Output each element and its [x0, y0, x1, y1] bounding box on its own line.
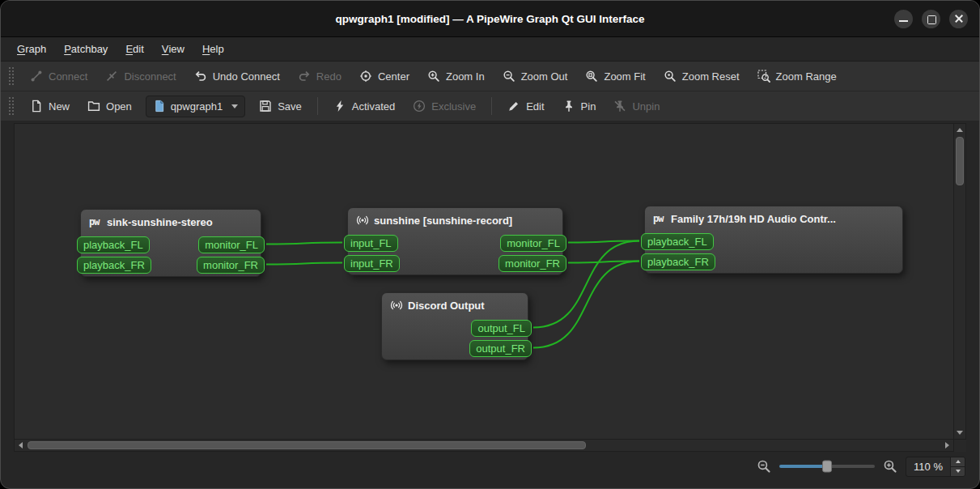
toolbar-drag-handle[interactable]	[9, 97, 14, 115]
node-title: Family 17h/19h HD Audio Contr...	[671, 213, 836, 225]
port-monitor_FL[interactable]: monitor_FL	[500, 235, 566, 252]
zoom-slider[interactable]	[779, 465, 875, 468]
vertical-scrollbar[interactable]	[954, 123, 966, 440]
chevron-down-icon	[231, 104, 238, 108]
horizontal-scrollbar[interactable]	[14, 440, 954, 452]
tool-button-label: Pin	[581, 100, 596, 113]
zoom-in-small-icon[interactable]	[883, 459, 897, 474]
node-title: sink-sunshine-stereo	[107, 216, 213, 228]
connection-wire[interactable]	[266, 263, 342, 265]
scrollbar-corner	[954, 440, 966, 452]
port-output_FR[interactable]: output_FR	[469, 340, 532, 357]
graph-view: pwsink-sunshine-stereoplayback_FLplaybac…	[14, 123, 966, 452]
zoom-spinbox-steppers	[950, 457, 965, 476]
port-monitor_FR[interactable]: monitor_FR	[197, 257, 265, 274]
graph-toolbar: ConnectDisconnectUndo ConnectRedoCenterZ…	[1, 62, 979, 91]
zoom-in-button[interactable]: Zoom In	[419, 65, 493, 87]
tool-button-label: Zoom Out	[521, 70, 568, 83]
zoom-spinbox[interactable]: 110 %	[906, 457, 965, 477]
menu-item-edit[interactable]: Edit	[117, 37, 152, 61]
zoom-fit-button[interactable]: Zoom Fit	[577, 65, 653, 87]
save-icon	[259, 100, 272, 113]
zoom-out-button[interactable]: Zoom Out	[494, 65, 576, 87]
activated-button[interactable]: Activated	[325, 95, 403, 117]
node-family-17h-19h-hd-audio-contr[interactable]: pwFamily 17h/19h HD Audio Contr...playba…	[644, 206, 903, 274]
port-monitor_FR[interactable]: monitor_FR	[498, 255, 566, 272]
patchbay-select[interactable]: qpwgraph1	[146, 96, 245, 117]
port-output_FL[interactable]: output_FL	[471, 320, 532, 337]
toolbar-separator	[317, 97, 318, 115]
vertical-scrollbar-thumb[interactable]	[956, 137, 964, 185]
connection-wire[interactable]	[568, 262, 639, 263]
spin-up-icon[interactable]	[951, 457, 965, 466]
close-button[interactable]	[949, 10, 968, 28]
node-header: Discord Output	[382, 293, 528, 312]
maximize-icon	[922, 10, 940, 28]
scroll-up-arrow-icon[interactable]	[954, 125, 965, 135]
zoom-out-icon	[503, 70, 515, 83]
scroll-down-arrow-icon[interactable]	[954, 427, 965, 438]
menu-item-help[interactable]: Help	[193, 37, 233, 61]
redo-button[interactable]: Redo	[290, 65, 350, 87]
node-title: Discord Output	[408, 300, 485, 312]
open-button[interactable]: Open	[79, 95, 140, 117]
zoom-out-small-icon[interactable]	[757, 459, 771, 474]
port-input_FR[interactable]: input_FR	[344, 255, 400, 272]
unpin-button[interactable]: Unpin	[605, 95, 668, 117]
edit-button[interactable]: Edit	[499, 95, 552, 117]
connection-wire[interactable]	[266, 243, 342, 244]
zoom-slider-handle[interactable]	[822, 461, 832, 473]
connect-button[interactable]: Connect	[22, 65, 95, 87]
port-playback_FR[interactable]: playback_FR	[641, 253, 715, 270]
center-button[interactable]: Center	[351, 65, 418, 87]
menu-item-view[interactable]: View	[153, 37, 193, 61]
exclusive-button[interactable]: Exclusive	[405, 95, 484, 117]
spin-down-icon[interactable]	[951, 466, 965, 476]
pipewire-icon: pw	[653, 212, 666, 225]
node-sunshine-sunshine-record[interactable]: sunshine [sunshine-record]input_FLinput_…	[347, 207, 563, 275]
tool-button-label: Exclusive	[431, 100, 476, 113]
port-input_FL[interactable]: input_FL	[344, 235, 398, 252]
tool-button-label: Connect	[49, 70, 87, 83]
minimize-icon	[894, 10, 913, 28]
tool-button-label: Unpin	[632, 100, 660, 113]
tool-button-label: Zoom Range	[776, 70, 837, 83]
node-sink-sunshine-stereo[interactable]: pwsink-sunshine-stereoplayback_FLplaybac…	[80, 209, 261, 277]
port-playback_FL[interactable]: playback_FL	[641, 233, 714, 250]
undo-connect-button[interactable]: Undo Connect	[186, 65, 288, 87]
graph-canvas[interactable]: pwsink-sunshine-stereoplayback_FLplaybac…	[14, 123, 954, 440]
minimize-button[interactable]	[894, 10, 913, 28]
window-title: qpwgraph1 [modified] — A PipeWire Graph …	[335, 13, 644, 25]
toolbar-drag-handle[interactable]	[9, 67, 14, 85]
tool-button-label: New	[49, 100, 70, 113]
port-monitor_FL[interactable]: monitor_FL	[198, 236, 265, 253]
stream-icon	[356, 214, 369, 227]
maximize-button[interactable]	[922, 10, 940, 28]
port-playback_FR[interactable]: playback_FR	[77, 257, 151, 274]
tool-button-label: Center	[378, 70, 409, 83]
zoom-reset-icon	[664, 70, 677, 83]
disconnect-button[interactable]: Disconnect	[97, 65, 184, 87]
horizontal-scrollbar-thumb[interactable]	[28, 441, 586, 449]
node-discord-output[interactable]: Discord Outputoutput_FLoutput_FR	[381, 292, 528, 360]
connect-icon	[30, 70, 43, 83]
connection-wire[interactable]	[568, 241, 639, 243]
port-playback_FL[interactable]: playback_FL	[77, 236, 150, 253]
tool-button-label: Disconnect	[124, 70, 176, 83]
scroll-right-arrow-icon[interactable]	[942, 440, 952, 450]
scroll-left-arrow-icon[interactable]	[15, 440, 26, 450]
zoom-range-button[interactable]: Zoom Range	[749, 65, 845, 87]
window-controls	[894, 1, 968, 36]
save-button[interactable]: Save	[251, 95, 310, 117]
new-button[interactable]: New	[22, 95, 78, 117]
pin-button[interactable]: Pin	[554, 95, 605, 117]
title-bar[interactable]: qpwgraph1 [modified] — A PipeWire Graph …	[1, 1, 979, 37]
pencil-icon	[507, 100, 520, 113]
app-window: qpwgraph1 [modified] — A PipeWire Graph …	[0, 0, 980, 489]
patchbay-toolbar: NewOpenqpwgraph1SaveActivatedExclusiveEd…	[1, 91, 979, 121]
menu-item-graph[interactable]: Graph	[8, 37, 55, 61]
bolt-icon	[333, 100, 346, 113]
close-icon	[949, 10, 968, 28]
menu-item-patchbay[interactable]: Patchbay	[55, 37, 117, 61]
zoom-reset-button[interactable]: Zoom Reset	[655, 65, 748, 87]
